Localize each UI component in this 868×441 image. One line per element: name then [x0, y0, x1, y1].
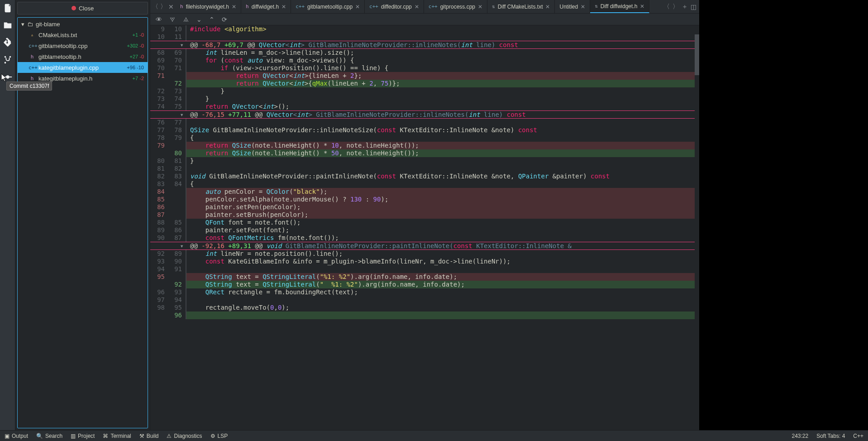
projects-icon[interactable]: [2, 20, 13, 31]
tab-close-icon[interactable]: ✕: [581, 4, 585, 10]
new-line-number: 95: [168, 304, 186, 312]
tab-file-icon: h: [180, 4, 183, 10]
root-folder-label: git-blame: [36, 21, 144, 28]
tab-nav-prev2-icon[interactable]: 〈: [663, 3, 670, 11]
diff-line: 8182: [150, 165, 699, 173]
diff-line: 9895 rectangle.moveTo(0,0);: [150, 304, 699, 312]
old-line-number: 78: [150, 134, 168, 142]
file-type-icon: c++: [29, 43, 36, 49]
project-icon: ▥: [71, 433, 76, 439]
old-line-number: 77: [150, 126, 168, 134]
old-line-number: 70: [150, 64, 168, 72]
file-row[interactable]: ▵CMakeLists.txt+1 -0: [18, 29, 148, 40]
old-line-number: 96: [150, 288, 168, 296]
diff-line: 7677: [150, 119, 699, 126]
tab-close-icon[interactable]: ✕: [545, 4, 550, 10]
tab-close-icon[interactable]: ✕: [478, 4, 482, 10]
tab-close-icon[interactable]: ✕: [232, 4, 236, 10]
file-row[interactable]: c++kategitblameplugin.cpp+96 -10: [18, 62, 148, 73]
activity-bar: [0, 0, 15, 430]
jump-down-icon[interactable]: ⌄: [196, 16, 202, 23]
diff-view[interactable]: 910#include <algorithm>1011▾@@ -68,7 +69…: [150, 25, 699, 430]
sb-cursor-pos[interactable]: 243:22: [792, 433, 808, 439]
tab-nav-next-icon[interactable]: 〉: [160, 3, 167, 11]
old-line-number: 95: [150, 273, 168, 281]
sb-build[interactable]: ⚒Build: [139, 433, 159, 439]
editor-tab[interactable]: ⇅Diff CMakeLists.txt✕: [487, 0, 555, 13]
documents-icon[interactable]: [2, 3, 13, 14]
new-line-number: 11: [168, 33, 186, 41]
fold-icon[interactable]: ▾: [150, 111, 186, 119]
fold-icon[interactable]: ▾: [150, 242, 186, 250]
diff-line: 9794: [150, 296, 699, 304]
tab-nav-prev-icon[interactable]: 〈: [152, 3, 158, 11]
new-line-number: 81: [168, 157, 186, 165]
code-content: [186, 296, 699, 304]
editor-tab[interactable]: Untitled✕: [555, 0, 590, 13]
old-line-number: 74: [150, 103, 168, 110]
old-line-number: 97: [150, 296, 168, 304]
old-line-number: [150, 312, 168, 319]
tab-label: filehistorywidget.h: [186, 4, 229, 10]
old-line-number: 84: [150, 188, 168, 196]
diff-line: 87 painter.setBrush(penColor);: [150, 211, 699, 219]
tab-close-icon[interactable]: ✕: [640, 3, 644, 10]
file-row[interactable]: c++gitblametooltip.cpp+302 -0: [18, 40, 148, 51]
diff-hunk-header[interactable]: ▾@@ -92,16 +89,31 @@ void GitBlameInline…: [150, 242, 699, 250]
reload-icon[interactable]: ⟳: [222, 16, 227, 23]
tab-nav-next2-icon[interactable]: 〉: [672, 3, 679, 11]
tab-label: Diff CMakeLists.txt: [498, 4, 543, 10]
sb-search[interactable]: 🔍Search: [36, 433, 62, 439]
sb-lsp[interactable]: ⚙LSP: [210, 433, 228, 439]
file-row[interactable]: hgitblametooltip.h+27 -0: [18, 51, 148, 62]
file-name: gitblametooltip.h: [38, 53, 127, 60]
diff-line: 7071 if (view->cursorPosition().line() =…: [150, 64, 699, 72]
editor-tab[interactable]: ⇅Diff diffwidget.h✕: [590, 0, 649, 13]
sb-lang[interactable]: C++: [853, 433, 863, 439]
jump-up-double-icon[interactable]: ⩓: [183, 16, 189, 23]
tab-add-icon[interactable]: ＋: [682, 3, 688, 11]
new-line-number: 92: [168, 281, 186, 288]
sb-indent[interactable]: Soft Tabs: 4: [816, 433, 845, 439]
jump-up-icon[interactable]: ⌃: [209, 16, 215, 23]
old-line-number: 76: [150, 119, 168, 126]
sb-output[interactable]: ▣Output: [5, 433, 28, 439]
code-content: auto penColor = QColor("black");: [186, 188, 699, 196]
diff-line: 85 penColor.setAlpha(note.underMouse() ?…: [150, 196, 699, 203]
scrollbar[interactable]: [695, 25, 699, 430]
tab-close-icon[interactable]: ✕: [355, 4, 360, 10]
diff-hunk-header[interactable]: ▾@@ -76,15 +77,11 @@ QVector<int> GitBla…: [150, 110, 699, 119]
diff-hunk-header[interactable]: ▾@@ -68,7 +69,7 @@ QVector<int> GitBlame…: [150, 41, 699, 49]
tab-file-icon: c++: [429, 4, 438, 10]
git-commit-icon[interactable]: [2, 72, 13, 82]
toggle-visibility-icon[interactable]: 👁: [156, 16, 162, 23]
file-name: kategitblameplugin.h: [38, 75, 130, 82]
editor-tab[interactable]: c++gitprocess.cpp✕: [424, 0, 487, 13]
sb-project[interactable]: ▥Project: [71, 433, 95, 439]
editor-tab[interactable]: c++diffeditor.cpp✕: [365, 0, 424, 13]
git-branches-icon[interactable]: [2, 54, 13, 65]
tree-root[interactable]: ▾ 🗀 git-blame: [18, 19, 148, 29]
editor-tab[interactable]: c++gitblametooltip.cpp✕: [291, 0, 365, 13]
tab-close-icon[interactable]: ✕: [281, 4, 286, 10]
editor-tab[interactable]: hfilehistorywidget.h✕: [176, 0, 241, 13]
fold-icon[interactable]: ▾: [150, 41, 186, 49]
tab-close-current-icon[interactable]: ✕: [168, 3, 174, 10]
sidebar-tooltip: Commit c13307f: [6, 81, 52, 91]
tab-close-icon[interactable]: ✕: [415, 4, 419, 10]
sb-terminal[interactable]: ⌘Terminal: [103, 433, 131, 439]
split-view-icon[interactable]: ◫: [691, 3, 696, 10]
editor-tab[interactable]: hdiffwidget.h✕: [241, 0, 291, 13]
old-line-number: 9: [150, 25, 168, 33]
diff-line: 8384{: [150, 180, 699, 188]
diff-line: 7879{: [150, 134, 699, 142]
git-icon[interactable]: [2, 37, 13, 48]
file-type-icon: c++: [29, 65, 36, 71]
tab-file-icon: c++: [369, 4, 378, 10]
sb-diagnostics[interactable]: ⚠Diagnostics: [167, 433, 202, 439]
diff-line: 79 return QSize(note.lineHeight() * 10, …: [150, 142, 699, 149]
code-content: #include <algorithm>: [186, 25, 699, 33]
close-button[interactable]: Close: [17, 2, 148, 14]
jump-down-double-icon[interactable]: ⩔: [169, 16, 176, 23]
diff-line: 8283void GitBlameInlineNoteProvider::pai…: [150, 173, 699, 180]
